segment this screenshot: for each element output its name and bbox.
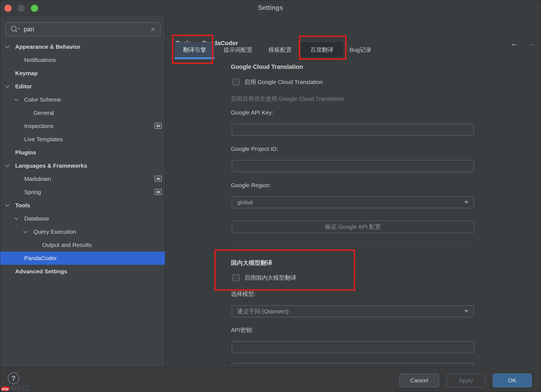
sidebar-item-spring[interactable]: Spring — [0, 186, 166, 199]
annotation-box-baidu-tab — [299, 36, 347, 60]
sidebar-item-general[interactable]: General — [0, 106, 166, 119]
chevron-down-icon[interactable] — [6, 46, 15, 48]
model-select-value: 通义千问 (Qianwen) — [237, 307, 464, 315]
google-api-key-label: Google API Key: — [231, 109, 273, 116]
modified-settings-icon — [155, 189, 162, 195]
settings-window: Settings ✕ Appearance & Behavior Notific… — [0, 0, 541, 392]
google-project-id-label: Google Project ID: — [231, 146, 278, 152]
chevron-down-icon — [464, 201, 469, 204]
chevron-down-icon[interactable] — [6, 86, 15, 87]
chevron-down-icon[interactable] — [6, 165, 15, 167]
sidebar-item-output-and-results[interactable]: Output and Results — [0, 238, 166, 252]
sidebar-item-live-templates[interactable]: Live Templates — [0, 133, 166, 146]
api-secret-input[interactable] — [232, 341, 474, 353]
modified-settings-icon — [155, 123, 162, 129]
help-button[interactable]: ? — [8, 372, 19, 384]
sidebar-item-color-scheme[interactable]: Color Scheme — [0, 93, 166, 106]
dialog-footer: ? Cancel Apply OK — [0, 367, 541, 392]
model-select-dropdown[interactable]: 通义千问 (Qianwen) — [232, 305, 474, 317]
chevron-down-icon[interactable] — [15, 218, 24, 219]
title-bar: Settings — [0, 0, 541, 15]
google-region-value: global — [237, 199, 464, 206]
tab-template-config[interactable]: 模板配置 — [267, 42, 294, 57]
section-divider — [231, 245, 474, 246]
modified-settings-icon — [155, 176, 162, 182]
annotation-box-domestic-section — [214, 249, 355, 291]
verify-google-api-button[interactable]: 验证 Google API 配置 — [232, 220, 474, 233]
sidebar-item-plugins[interactable]: Plugins — [0, 146, 166, 159]
google-hint-text: 启用后将优先使用 Google Cloud Translation — [231, 95, 344, 103]
sidebar-item-inspections[interactable]: Inspections — [0, 119, 166, 133]
settings-content-pane: Tools › PandaCoder ← → 翻译引擎 提示词配置 模板配置 百… — [166, 15, 541, 367]
model-select-label: 选择模型: — [231, 290, 256, 298]
chevron-down-icon[interactable] — [6, 205, 15, 206]
settings-tree: Appearance & Behavior Notifications Keym… — [0, 40, 166, 278]
cancel-button[interactable]: Cancel — [399, 374, 439, 387]
sidebar-item-appearance-behavior[interactable]: Appearance & Behavior — [0, 40, 166, 53]
search-icon — [10, 25, 20, 34]
php-logo-icon: php — [1, 386, 10, 391]
search-input[interactable] — [24, 26, 150, 33]
google-region-label: Google Region: — [231, 182, 271, 189]
sidebar-item-notifications[interactable]: Notifications — [0, 53, 166, 67]
ok-button[interactable]: OK — [493, 374, 532, 387]
sidebar-item-editor[interactable]: Editor — [0, 80, 166, 93]
settings-search-box[interactable]: ✕ — [6, 22, 161, 36]
clear-search-icon[interactable]: ✕ — [150, 26, 156, 33]
window-title: Settings — [0, 4, 541, 12]
watermark-text: 中文网 — [11, 385, 30, 392]
google-region-dropdown[interactable]: global — [232, 196, 474, 208]
api-secret-label: API密钥: — [231, 326, 253, 334]
sidebar-item-advanced-settings[interactable]: Advanced Settings — [0, 265, 166, 278]
google-api-key-input[interactable] — [232, 124, 474, 136]
sidebar-item-database[interactable]: Database — [0, 212, 166, 225]
back-arrow-icon[interactable]: ← — [510, 39, 519, 48]
sidebar-item-pandacoder[interactable]: PandaCoder — [0, 252, 166, 265]
apply-button[interactable]: Apply — [447, 374, 485, 387]
forward-arrow-icon: → — [527, 39, 536, 48]
clipped-bottom-input[interactable] — [232, 363, 474, 367]
chevron-down-icon — [464, 310, 469, 313]
enable-google-row: 启用 Google Cloud Translation — [232, 78, 323, 86]
chevron-down-icon[interactable] — [24, 231, 33, 233]
php-cn-watermark: php 中文网 — [1, 385, 30, 392]
sidebar-item-keymap[interactable]: Keymap — [0, 67, 166, 80]
annotation-box-translation-engine-tab — [172, 35, 213, 64]
sidebar-item-markdown[interactable]: Markdown — [0, 172, 166, 186]
chevron-down-icon[interactable] — [15, 99, 24, 100]
tab-bug-log[interactable]: Bug记录 — [346, 42, 375, 57]
google-section-header: Google Cloud Translation — [231, 64, 303, 70]
sidebar-item-languages-frameworks[interactable]: Languages & Frameworks — [0, 159, 166, 172]
tab-prompt-config[interactable]: 提示词配置 — [221, 42, 255, 57]
enable-google-label[interactable]: 启用 Google Cloud Translation — [244, 78, 323, 86]
sidebar-item-tools[interactable]: Tools — [0, 199, 166, 212]
google-project-id-input[interactable] — [232, 160, 474, 172]
settings-sidebar: ✕ Appearance & Behavior Notifications Ke… — [0, 15, 166, 367]
enable-google-checkbox[interactable] — [232, 78, 240, 86]
sidebar-item-query-execution[interactable]: Query Execution — [0, 225, 166, 238]
